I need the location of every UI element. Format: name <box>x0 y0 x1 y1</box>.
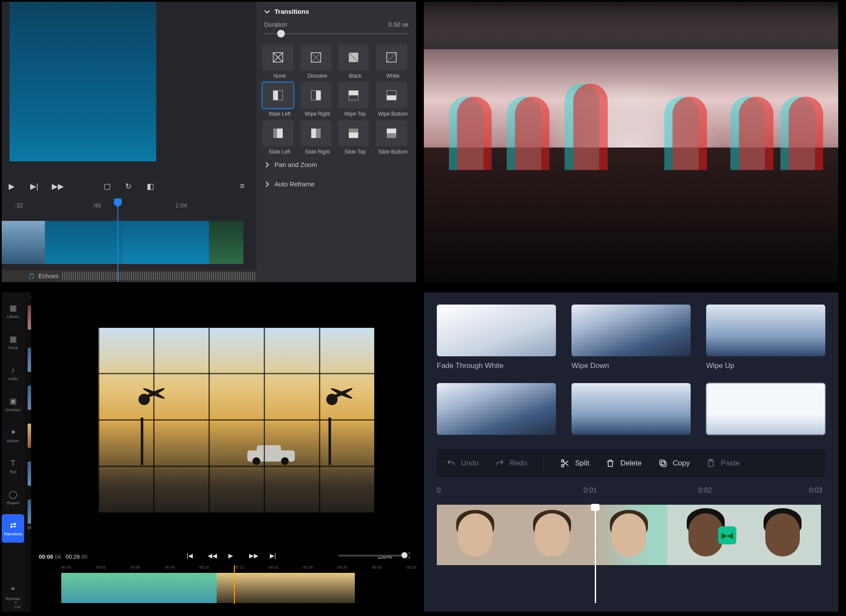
auto-reframe-section[interactable]: Auto Reframe <box>256 174 416 194</box>
svg-rect-24 <box>660 460 664 465</box>
cut-tool[interactable]: ✂Cut <box>14 600 20 609</box>
tab-stock[interactable]: ▦Stock <box>2 328 24 356</box>
tick: 1:04 <box>175 202 187 209</box>
transition-slide-bottom[interactable]: Slide Bottom <box>376 120 410 155</box>
zoom-slider[interactable] <box>338 555 407 556</box>
canvas[interactable] <box>31 292 416 549</box>
clip[interactable] <box>590 505 667 565</box>
timeline-track[interactable] <box>61 573 416 603</box>
duration-slider[interactable] <box>264 28 408 40</box>
transition-thumb[interactable]: Fade Through White <box>437 305 556 370</box>
mark-in-icon[interactable]: ▢ <box>104 182 113 191</box>
transition-wipe-right[interactable]: Wipe Right <box>300 82 335 117</box>
paste-button: Paste <box>706 459 739 468</box>
menu-icon[interactable]: ≡ <box>240 182 249 191</box>
playhead[interactable] <box>117 199 118 282</box>
ffwd-icon[interactable]: ▶▶ <box>249 552 258 561</box>
tab-audio[interactable]: ♪Audio <box>2 359 24 387</box>
tab-overlays[interactable]: ▣Overlays <box>2 390 24 418</box>
transition-wipe-left[interactable]: Wipe Left <box>262 82 297 117</box>
panel-header[interactable]: Transitions <box>256 2 416 21</box>
lib-directional-warp[interactable]: Directional Warp <box>28 500 31 534</box>
transition-thumb[interactable]: Wipe Down <box>571 305 691 370</box>
lib-burn[interactable]: Burn <box>28 305 31 344</box>
rewind-icon[interactable]: ◀◀ <box>208 552 216 561</box>
audio-track[interactable]: 🎵 Echoes <box>2 270 256 282</box>
clip[interactable] <box>744 505 821 565</box>
panel-title: Transitions <box>275 8 309 15</box>
tab-motion[interactable]: ✦Motion <box>2 421 24 449</box>
clip[interactable] <box>45 221 123 264</box>
tab-shapes[interactable]: ◯Shapes <box>2 483 24 512</box>
timeline-ruler[interactable]: 00:0000:0300:0500:0800:1000:1300:1500:18… <box>61 565 416 573</box>
edit-toolbar: UndoRedoSplitDeleteCopyPaste <box>437 449 825 477</box>
lib-cross-warp[interactable]: Cross Warp <box>28 386 31 420</box>
transition-thumb[interactable] <box>571 383 691 435</box>
clip[interactable] <box>199 573 217 603</box>
timeline-track[interactable]: ▶◀ <box>437 505 825 565</box>
clip[interactable] <box>123 221 209 264</box>
clip[interactable] <box>286 573 320 603</box>
pip-icon[interactable]: ◧ <box>147 182 156 191</box>
playhead[interactable] <box>595 508 596 603</box>
tab-library[interactable]: ▦Library <box>2 297 24 325</box>
clip[interactable] <box>2 221 45 264</box>
timeline-track[interactable] <box>2 221 256 268</box>
split-button[interactable]: Split <box>560 459 589 468</box>
transition-white[interactable]: White <box>376 44 410 79</box>
loop-icon[interactable]: ↻ <box>125 182 135 191</box>
zoom-value: 100% <box>378 553 392 560</box>
transitions-library: Transitions BurnButterfly Wave Scra...Ci… <box>24 292 31 612</box>
play-icon[interactable]: ▶ <box>228 552 237 561</box>
tab-transitions[interactable]: ⇄Transitions <box>2 514 24 543</box>
transition-slide-top[interactable]: Slide Top <box>338 120 372 155</box>
time-current: 00:06 <box>39 553 53 560</box>
playback-controls: ▶ ▶| ▶▶ ▢ ↻ ◧ ≡ <box>2 173 256 199</box>
clip[interactable] <box>165 573 199 603</box>
transition-slide-right[interactable]: Slide Right <box>300 120 335 155</box>
redo-button: Redo <box>495 459 527 468</box>
copy-button[interactable]: Copy <box>658 459 690 468</box>
clip[interactable] <box>130 573 165 603</box>
clip[interactable] <box>437 505 514 565</box>
lib-circle-reveal[interactable]: Circle Reveal <box>28 348 31 382</box>
chevron-right-icon <box>264 162 270 168</box>
transition-slide-left[interactable]: Slide Left <box>262 120 297 155</box>
lib-dip-to-white[interactable]: Dip to White <box>28 462 31 496</box>
play-icon[interactable]: ▶ <box>9 182 18 191</box>
transition-dissolve[interactable]: Dissolve <box>300 44 335 79</box>
clip[interactable] <box>209 221 243 264</box>
transition-black[interactable]: Black <box>338 44 372 79</box>
clip[interactable] <box>251 573 286 603</box>
transition-none[interactable]: None <box>262 44 297 79</box>
delete-button[interactable]: Delete <box>606 459 641 468</box>
tick: 0:03 <box>809 487 822 494</box>
step-forward-icon[interactable]: ▶| <box>30 182 40 191</box>
transitions-grid: Fade Through WhiteWipe DownWipe Up <box>437 305 825 435</box>
tab-text[interactable]: TText <box>2 452 24 481</box>
transitions-grid: NoneDissolveBlackWhiteWipe LeftWipe Righ… <box>256 44 416 155</box>
transition-badge-icon[interactable]: ▶◀ <box>718 526 736 544</box>
timeline-ruler[interactable]: 0 0:01 0:02 0:03 <box>437 487 825 501</box>
side-tabs: ▦Library▦Stock♪Audio▣Overlays✦MotionTTex… <box>2 292 24 612</box>
transition-thumb[interactable] <box>706 383 825 435</box>
lib-cube[interactable]: Cube <box>28 424 31 458</box>
pan-zoom-section[interactable]: Pan and Zoom <box>256 155 416 174</box>
skip-start-icon[interactable]: |◀ <box>187 552 196 561</box>
timeline-ruler[interactable]: :32 :48 1:04 <box>2 199 256 221</box>
clip[interactable] <box>514 505 590 565</box>
duration-value: 0.50 se <box>388 21 408 28</box>
clip[interactable] <box>61 573 96 603</box>
transition-wipe-top[interactable]: Wipe Top <box>338 82 372 117</box>
transition-thumb[interactable] <box>437 383 556 435</box>
next-icon[interactable]: ▶▶ <box>52 182 61 191</box>
clip[interactable] <box>96 573 130 603</box>
clip[interactable] <box>320 573 355 603</box>
skip-end-icon[interactable]: ▶| <box>270 552 278 561</box>
transport-controls: 00:06 04 00:28 00 |◀ ◀◀ ▶ ▶▶ ▶| 100% ⛶ ⚙ <box>31 549 416 564</box>
transition-thumb[interactable]: Wipe Up <box>706 305 825 370</box>
svg-rect-6 <box>316 91 321 100</box>
playhead[interactable] <box>234 565 235 604</box>
waveform <box>62 272 256 280</box>
transition-wipe-bottom[interactable]: Wipe Bottom <box>376 82 410 117</box>
